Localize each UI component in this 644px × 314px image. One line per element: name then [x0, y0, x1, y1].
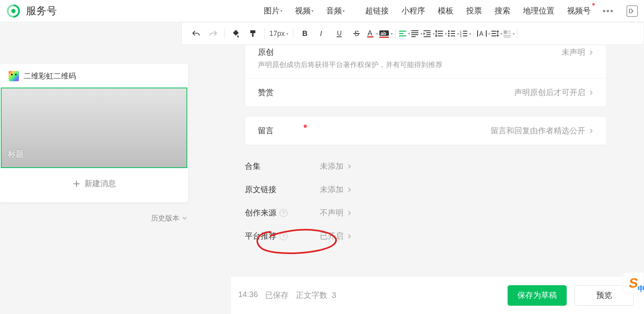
chevron-right-icon [347, 210, 352, 216]
plus-icon [73, 180, 80, 188]
header-tabs: 图片▾ 视频▾ 音频▾ 超链接 小程序 模板 投票 搜索 地理位置 视频号 ••… [258, 0, 638, 22]
reward-status[interactable]: 声明原创后才可开启 [514, 87, 594, 98]
align-justify-button[interactable]: ▾ [410, 29, 422, 38]
format-painter-button[interactable] [227, 26, 245, 41]
chevron-right-icon [347, 234, 352, 239]
svg-rect-2 [252, 33, 254, 37]
header-tab-channels[interactable]: 视频号 [561, 0, 597, 22]
clear-format-button[interactable] [245, 26, 262, 41]
message-card: 二维彩虹二维码 标题 新建消息 [0, 64, 188, 202]
chevron-right-icon [347, 187, 352, 193]
logo-group: 服务号 [6, 4, 57, 18]
paragraph-spacing-button[interactable]: ▾ [490, 29, 502, 38]
row-collection[interactable]: 合集 未添加 [245, 155, 607, 178]
line-height-button[interactable]: ▾ [435, 29, 447, 38]
row-platform-rec[interactable]: 平台推荐? 已开启 [245, 224, 607, 248]
align-left-button[interactable]: ▾ [398, 29, 410, 38]
source-link-value[interactable]: 未添加 [320, 184, 352, 195]
header-tab-location[interactable]: 地理位置 [517, 0, 561, 22]
comment-label: 留言 [258, 125, 301, 136]
account-name: 二维彩虹二维码 [24, 71, 76, 81]
svg-point-29 [448, 33, 450, 34]
collection-label: 合集 [245, 161, 261, 172]
svg-text:A: A [479, 30, 483, 37]
number-list-button[interactable]: 123▾ [459, 29, 471, 38]
settings-panel-area: 原创 声明原创成功后将获得平台著作权保护，并有可能得到推荐 未声明 赞赏 声明原… [188, 45, 644, 314]
editor-footer: 14:36 已保存 正文字数 3 保存为草稿 预览 [231, 276, 644, 314]
svg-text:B: B [302, 29, 308, 37]
undo-button[interactable] [187, 26, 205, 41]
indent-button[interactable]: ▾ [422, 29, 435, 38]
save-draft-button[interactable]: 保存为草稿 [508, 285, 567, 306]
app-title: 服务号 [26, 4, 57, 18]
italic-button[interactable]: I [313, 26, 330, 41]
history-link[interactable]: 历史版本 [151, 213, 187, 223]
header-tab-search[interactable]: 搜索 [488, 0, 517, 22]
new-message-button[interactable]: 新建消息 [0, 169, 188, 202]
svg-text:3: 3 [460, 34, 462, 38]
panel-original-reward: 原创 声明原创成功后将获得平台著作权保护，并有可能得到推荐 未声明 赞赏 声明原… [245, 45, 607, 107]
svg-point-0 [11, 9, 16, 13]
font-color-button[interactable]: A▾ [365, 29, 378, 38]
svg-point-30 [448, 35, 450, 37]
toolbar-separator [264, 28, 265, 39]
svg-text:U: U [337, 30, 342, 37]
svg-point-28 [448, 30, 450, 32]
header-tab-hyperlink[interactable]: 超链接 [359, 0, 395, 22]
svg-text:A: A [368, 29, 372, 37]
platform-rec-label: 平台推荐 [245, 231, 276, 241]
collection-value[interactable]: 未添加 [320, 161, 352, 172]
redo-button[interactable] [205, 26, 222, 41]
header-tab-template[interactable]: 模板 [431, 0, 460, 22]
help-icon[interactable]: ? [280, 232, 287, 240]
article-title-placeholder: 标题 [8, 149, 24, 159]
ime-lang-label: 中 [638, 284, 644, 293]
svg-text:ab: ab [381, 31, 386, 36]
header-more-icon[interactable]: ••• [597, 6, 620, 16]
meta-settings: 合集 未添加 原文链接 未添加 创作来源? 不声明 平台推荐? 已开启 [245, 155, 607, 248]
platform-rec-value[interactable]: 已开启 [320, 231, 352, 241]
header-collapse-icon[interactable] [627, 6, 638, 17]
toolbar-separator [517, 28, 517, 39]
svg-rect-46 [504, 30, 507, 34]
strikethrough-button[interactable]: S [348, 26, 365, 41]
svg-rect-10 [367, 36, 373, 37]
svg-text:I: I [320, 29, 322, 37]
header-tab-image[interactable]: 图片▾ [258, 0, 289, 22]
chevron-right-icon [588, 128, 594, 134]
source-link-label: 原文链接 [245, 184, 276, 195]
footer-wordcount: 正文字数 3 [296, 290, 336, 301]
svg-rect-13 [379, 37, 389, 38]
article-preview[interactable]: 标题 [1, 88, 187, 168]
row-creation-source[interactable]: 创作来源? 不声明 [245, 201, 607, 224]
row-source-link[interactable]: 原文链接 未添加 [245, 178, 607, 201]
help-icon[interactable]: ? [280, 209, 287, 217]
letter-spacing-button[interactable]: A▾ [476, 29, 490, 38]
original-label: 原创 [258, 47, 301, 58]
highlight-color-button[interactable]: ab▾ [378, 29, 393, 38]
header-tab-miniprogram[interactable]: 小程序 [395, 0, 431, 22]
underline-button[interactable]: U [330, 26, 348, 41]
bold-button[interactable]: B [296, 26, 313, 41]
header-tab-audio[interactable]: 音频▾ [320, 0, 351, 22]
creation-source-label: 创作来源 [245, 207, 276, 218]
toolbar-separator [474, 28, 474, 39]
row-reward[interactable]: 赞赏 声明原创后才可开启 [245, 78, 607, 107]
float-button[interactable]: ▾ [502, 29, 515, 38]
creation-source-value[interactable]: 不声明 [320, 207, 352, 218]
panel-comment: 留言 留言和回复由作者精选公开 [245, 116, 607, 145]
chevron-right-icon [588, 50, 594, 55]
original-status[interactable]: 未声明 [562, 47, 594, 58]
chevron-right-icon [588, 90, 594, 95]
header-tab-video[interactable]: 视频▾ [289, 0, 320, 22]
wechat-oa-logo-icon [6, 4, 21, 18]
comment-status[interactable]: 留言和回复由作者精选公开 [491, 125, 594, 136]
sidebar: 二维彩虹二维码 标题 新建消息 历史版本 [0, 45, 188, 314]
chevron-down-icon [182, 215, 187, 221]
chevron-right-icon [347, 164, 352, 169]
row-comment[interactable]: 留言 留言和回复由作者精选公开 [245, 117, 607, 145]
font-size-select[interactable]: 17px▾ [267, 30, 291, 38]
header-tab-vote[interactable]: 投票 [460, 0, 488, 22]
row-original[interactable]: 原创 声明原创成功后将获得平台著作权保护，并有可能得到推荐 未声明 [245, 45, 607, 78]
bullet-list-button[interactable]: ▾ [447, 29, 459, 38]
